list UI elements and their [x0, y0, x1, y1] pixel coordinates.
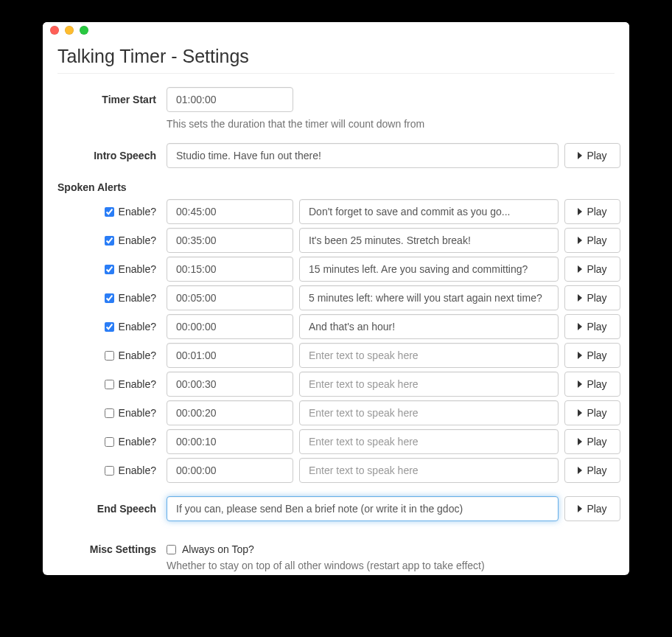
alert-enable-label: Enable? [119, 234, 156, 246]
alert-enable-cell: Enable? [57, 378, 161, 390]
help-timer-start-row: This sets the duration that the timer wi… [57, 115, 615, 130]
alert-play-label: Play [587, 234, 606, 246]
alert-play-button[interactable]: Play [564, 314, 620, 339]
alert-row: Enable?Play [57, 429, 615, 454]
alert-enable-cell: Enable? [57, 349, 161, 361]
play-icon [578, 352, 582, 359]
alert-enable-label: Enable? [119, 464, 156, 476]
alert-play-label: Play [587, 349, 606, 361]
alert-enable-checkbox[interactable] [105, 322, 114, 332]
alert-play-button[interactable]: Play [564, 458, 620, 483]
alert-row: Enable?Play [57, 458, 615, 483]
window-minimize-icon[interactable] [65, 26, 74, 35]
alert-text-input[interactable] [299, 257, 559, 282]
checkbox-always-on-top[interactable] [167, 545, 176, 554]
play-icon [578, 505, 582, 512]
alert-text-input[interactable] [299, 429, 559, 454]
alert-row: Enable?Play [57, 257, 615, 282]
alert-text-input[interactable] [299, 199, 559, 224]
alert-time-input[interactable] [167, 429, 293, 454]
misc-content: Always on Top? Whether to stay on top of… [167, 537, 615, 571]
alert-enable-checkbox[interactable] [105, 265, 114, 274]
window-close-icon[interactable] [50, 26, 59, 35]
alert-enable-checkbox[interactable] [105, 293, 114, 303]
alert-play-label: Play [587, 436, 606, 448]
alert-enable-checkbox[interactable] [105, 437, 114, 447]
alert-enable-cell: Enable? [57, 464, 161, 476]
alert-enable-checkbox[interactable] [105, 380, 114, 389]
label-timer-start: Timer Start [57, 94, 161, 105]
alert-enable-cell: Enable? [57, 263, 161, 275]
alert-play-button[interactable]: Play [564, 400, 620, 425]
input-intro-speech[interactable] [167, 143, 559, 168]
play-icon [578, 208, 582, 215]
alert-enable-checkbox[interactable] [105, 351, 114, 361]
alert-play-label: Play [587, 464, 606, 476]
heading-spoken-alerts: Spoken Alerts [57, 181, 615, 193]
alert-play-label: Play [587, 407, 606, 419]
alert-play-button[interactable]: Play [564, 343, 620, 368]
window-zoom-icon[interactable] [80, 26, 88, 35]
alert-text-input[interactable] [299, 343, 559, 368]
alert-enable-cell: Enable? [57, 234, 161, 246]
input-timer-start[interactable] [167, 87, 293, 112]
alert-play-label: Play [587, 378, 606, 390]
alert-text-input[interactable] [299, 285, 559, 310]
help-misc: Whether to stay on top of all other wind… [167, 555, 615, 571]
alert-time-input[interactable] [167, 314, 293, 339]
alert-text-input[interactable] [299, 400, 559, 425]
alert-enable-cell: Enable? [57, 292, 161, 304]
play-icon [578, 438, 582, 445]
alert-text-input[interactable] [299, 314, 559, 339]
spoken-alerts-list: Enable?PlayEnable?PlayEnable?PlayEnable?… [57, 199, 615, 486]
label-end-speech: End Speech [57, 503, 161, 515]
alert-time-input[interactable] [167, 372, 293, 397]
alert-text-input[interactable] [299, 458, 559, 483]
alert-enable-checkbox[interactable] [105, 466, 114, 476]
alert-enable-label: Enable? [119, 206, 156, 217]
alert-enable-checkbox[interactable] [105, 236, 114, 246]
alert-play-label: Play [587, 292, 606, 304]
alert-play-button[interactable]: Play [564, 228, 620, 253]
label-always-on-top: Always on Top? [182, 543, 254, 555]
input-end-speech[interactable] [167, 496, 559, 521]
alert-row: Enable?Play [57, 343, 615, 368]
alert-enable-checkbox[interactable] [105, 207, 114, 217]
alert-time-input[interactable] [167, 199, 293, 224]
alert-text-input[interactable] [299, 372, 559, 397]
alert-time-input[interactable] [167, 285, 293, 310]
alert-time-input[interactable] [167, 228, 293, 253]
alert-row: Enable?Play [57, 199, 615, 224]
alert-enable-label: Enable? [119, 436, 156, 448]
alert-time-input[interactable] [167, 458, 293, 483]
alert-play-button[interactable]: Play [564, 285, 620, 310]
play-icon [578, 237, 582, 244]
alert-row: Enable?Play [57, 285, 615, 310]
app-window: Talking Timer - Settings Timer Start Thi… [43, 22, 629, 575]
title-rule [57, 73, 615, 74]
alert-enable-label: Enable? [119, 321, 156, 333]
alert-enable-label: Enable? [119, 292, 156, 304]
play-end-button[interactable]: Play [564, 496, 620, 521]
alert-play-button[interactable]: Play [564, 199, 620, 224]
alert-text-input[interactable] [299, 228, 559, 253]
alert-enable-checkbox[interactable] [105, 408, 114, 418]
alert-time-input[interactable] [167, 257, 293, 282]
help-timer-start: This sets the duration that the timer wi… [167, 115, 615, 130]
alert-play-button[interactable]: Play [564, 372, 620, 397]
row-end-speech: End Speech Play [57, 496, 615, 521]
alert-time-input[interactable] [167, 343, 293, 368]
alert-row: Enable?Play [57, 314, 615, 339]
alert-time-input[interactable] [167, 400, 293, 425]
alert-enable-label: Enable? [119, 349, 156, 361]
label-intro-speech: Intro Speech [57, 150, 161, 161]
label-misc: Misc Settings [57, 537, 161, 555]
play-intro-button[interactable]: Play [564, 143, 620, 168]
play-icon [578, 294, 582, 302]
page-title: Talking Timer - Settings [57, 46, 615, 67]
alert-play-button[interactable]: Play [564, 257, 620, 282]
alert-enable-cell: Enable? [57, 206, 161, 217]
alert-play-button[interactable]: Play [564, 429, 620, 454]
play-icon [578, 380, 582, 388]
play-icon [578, 409, 582, 417]
